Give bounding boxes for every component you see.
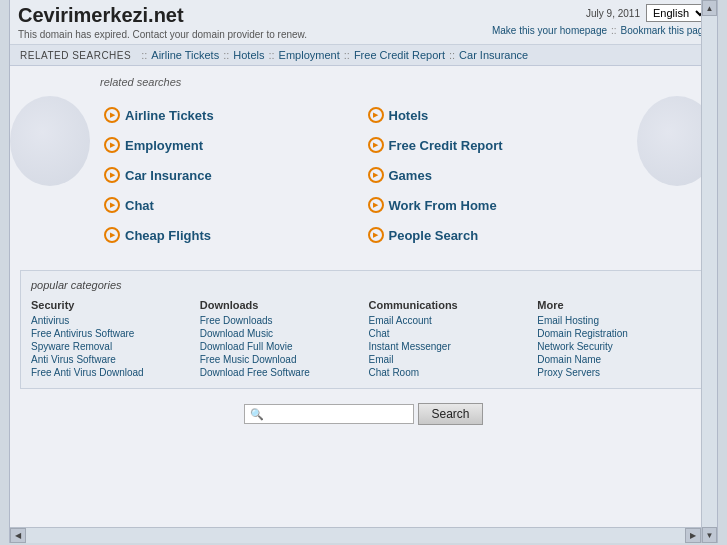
arrow-icon-free-credit-report (368, 137, 384, 153)
search-button[interactable]: Search (418, 403, 482, 425)
nav-link-car-insurance[interactable]: Car Insurance (459, 49, 528, 61)
link-free-music-download[interactable]: Free Music Download (200, 354, 359, 365)
search-links-grid: Airline Tickets Hotels Employment Free C… (100, 100, 627, 250)
link-spyware-removal[interactable]: Spyware Removal (31, 341, 190, 352)
bottom-search-bar: 🔍 Search (10, 395, 717, 429)
communications-heading: Communications (369, 299, 528, 311)
category-more: More Email Hosting Domain Registration N… (537, 299, 696, 380)
scroll-track-horizontal (26, 528, 685, 543)
arrow-icon-games (368, 167, 384, 183)
link-anti-virus-software[interactable]: Anti Virus Software (31, 354, 190, 365)
bookmark-link[interactable]: Bookmark this page (621, 25, 709, 36)
downloads-heading: Downloads (200, 299, 359, 311)
nav-sep-1: :: (141, 49, 147, 61)
site-tagline: This domain has expired. Contact your do… (18, 29, 307, 40)
link-chat[interactable]: Chat (125, 198, 154, 213)
left-circle (10, 96, 90, 186)
arrow-icon-airline-tickets (104, 107, 120, 123)
category-downloads: Downloads Free Downloads Download Music … (200, 299, 359, 380)
popular-section: popular categories Security Antivirus Fr… (20, 270, 707, 389)
list-item: Airline Tickets (100, 100, 364, 130)
link-download-free-software[interactable]: Download Free Software (200, 367, 359, 378)
scroll-up-button[interactable]: ▲ (702, 0, 717, 16)
list-item: Free Credit Report (364, 130, 628, 160)
search-input-wrap: 🔍 (244, 404, 414, 424)
link-work-from-home[interactable]: Work From Home (389, 198, 497, 213)
link-download-music[interactable]: Download Music (200, 328, 359, 339)
link-download-full-movie[interactable]: Download Full Movie (200, 341, 359, 352)
related-searches-heading: related searches (100, 76, 627, 88)
nav-sep-3: :: (268, 49, 274, 61)
list-item: Cheap Flights (100, 220, 364, 250)
link-email-hosting[interactable]: Email Hosting (537, 315, 696, 326)
site-title: Cevirimerkezi.net (18, 4, 307, 27)
bottom-scrollbar: ◀ ▶ (10, 527, 701, 543)
link-chat-room[interactable]: Chat Room (369, 367, 528, 378)
arrow-icon-hotels (368, 107, 384, 123)
list-item: Car Insurance (100, 160, 364, 190)
list-item: Work From Home (364, 190, 628, 220)
language-select[interactable]: English (646, 4, 709, 22)
link-domain-registration[interactable]: Domain Registration (537, 328, 696, 339)
link-instant-messenger[interactable]: Instant Messenger (369, 341, 528, 352)
top-links: Make this your homepage :: Bookmark this… (492, 25, 709, 36)
nav-link-hotels[interactable]: Hotels (233, 49, 264, 61)
site-info: Cevirimerkezi.net This domain has expire… (18, 4, 307, 40)
link-network-security[interactable]: Network Security (537, 341, 696, 352)
link-games[interactable]: Games (389, 168, 432, 183)
search-input[interactable] (267, 407, 407, 421)
nav-sep-2: :: (223, 49, 229, 61)
link-cheap-flights[interactable]: Cheap Flights (125, 228, 211, 243)
more-heading: More (537, 299, 696, 311)
link-antivirus[interactable]: Antivirus (31, 315, 190, 326)
nav-link-employment[interactable]: Employment (279, 49, 340, 61)
scroll-right-button[interactable]: ▶ (685, 528, 701, 543)
link-people-search[interactable]: People Search (389, 228, 479, 243)
list-item: Hotels (364, 100, 628, 130)
right-scrollbar: ▲ ▼ (701, 0, 717, 543)
link-chat-comm[interactable]: Chat (369, 328, 528, 339)
arrow-icon-cheap-flights (104, 227, 120, 243)
homepage-link[interactable]: Make this your homepage (492, 25, 607, 36)
nav-bar: RELATED SEARCHES :: Airline Tickets :: H… (10, 45, 717, 66)
nav-sep-5: :: (449, 49, 455, 61)
link-email-account[interactable]: Email Account (369, 315, 528, 326)
list-item: Games (364, 160, 628, 190)
link-airline-tickets[interactable]: Airline Tickets (125, 108, 214, 123)
nav-link-airline-tickets[interactable]: Airline Tickets (151, 49, 219, 61)
arrow-icon-chat (104, 197, 120, 213)
middle-content: related searches Airline Tickets Hotels … (90, 66, 637, 260)
nav-link-free-credit-report[interactable]: Free Credit Report (354, 49, 445, 61)
category-communications: Communications Email Account Chat Instan… (369, 299, 528, 380)
arrow-icon-employment (104, 137, 120, 153)
arrow-icon-car-insurance (104, 167, 120, 183)
link-free-antivirus-software[interactable]: Free Antivirus Software (31, 328, 190, 339)
top-bar: Cevirimerkezi.net This domain has expire… (10, 0, 717, 45)
categories-grid: Security Antivirus Free Antivirus Softwa… (31, 299, 696, 380)
left-decoration (10, 66, 90, 260)
date-text: July 9, 2011 (586, 8, 640, 19)
link-proxy-servers[interactable]: Proxy Servers (537, 367, 696, 378)
popular-title: popular categories (31, 279, 696, 291)
list-item: Chat (100, 190, 364, 220)
content-area: related searches Airline Tickets Hotels … (10, 66, 717, 260)
scroll-left-button[interactable]: ◀ (10, 528, 26, 543)
link-free-anti-virus-download[interactable]: Free Anti Virus Download (31, 367, 190, 378)
scroll-track-vertical (702, 16, 717, 527)
link-car-insurance[interactable]: Car Insurance (125, 168, 212, 183)
link-hotels[interactable]: Hotels (389, 108, 429, 123)
top-right: July 9, 2011 English Make this your home… (492, 4, 709, 36)
link-free-credit-report[interactable]: Free Credit Report (389, 138, 503, 153)
security-heading: Security (31, 299, 190, 311)
link-free-downloads[interactable]: Free Downloads (200, 315, 359, 326)
list-item: Employment (100, 130, 364, 160)
category-security: Security Antivirus Free Antivirus Softwa… (31, 299, 190, 380)
search-icon: 🔍 (250, 408, 264, 421)
link-email[interactable]: Email (369, 354, 528, 365)
nav-sep-4: :: (344, 49, 350, 61)
related-searches-label: RELATED SEARCHES (20, 50, 131, 61)
scroll-down-button[interactable]: ▼ (702, 527, 717, 543)
link-employment[interactable]: Employment (125, 138, 203, 153)
link-domain-name[interactable]: Domain Name (537, 354, 696, 365)
link-separator: :: (611, 25, 617, 36)
